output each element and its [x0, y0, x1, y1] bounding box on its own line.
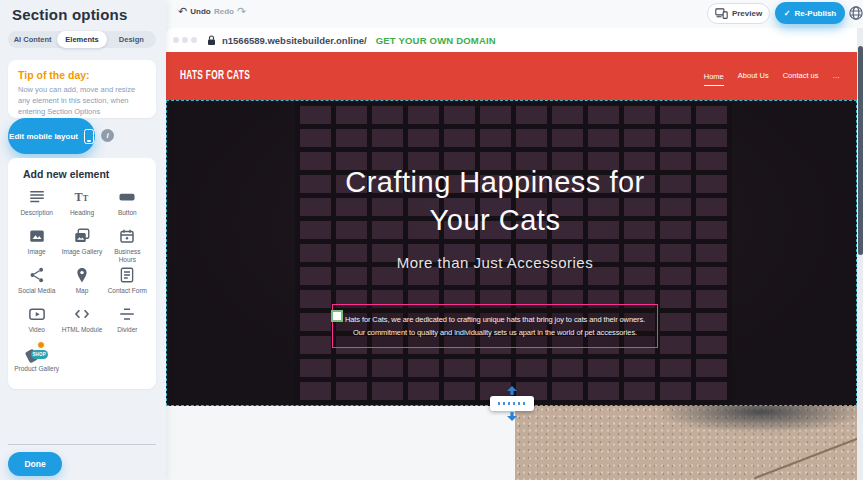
- element-label: Description: [20, 209, 53, 217]
- preview-label: Preview: [732, 9, 762, 18]
- redo-icon: ↷: [237, 6, 246, 17]
- element-map[interactable]: Map: [59, 266, 104, 304]
- element-label: Divider: [117, 326, 137, 334]
- republish-label: Re-Publish: [794, 9, 836, 18]
- element-label: Product Gallery: [14, 365, 59, 373]
- nav-contact-us[interactable]: Contact us: [783, 71, 819, 82]
- hero-subtitle[interactable]: More than Just Accessories: [345, 254, 645, 271]
- site-nav: Home About Us Contact us …: [704, 52, 840, 100]
- top-toolbar: ↶ Undo Redo ↷ Preview ✓ Re-Publish: [166, 0, 863, 28]
- panel-divider: [8, 444, 156, 445]
- carpet-image: [515, 406, 857, 480]
- site-logo: HATS FOR CATS: [180, 68, 250, 82]
- republish-button[interactable]: ✓ Re-Publish: [775, 2, 845, 24]
- phone-icon: [84, 129, 94, 144]
- element-label: Heading: [70, 209, 94, 217]
- nav-about-us[interactable]: About Us: [738, 71, 769, 82]
- edit-mobile-layout-label: Edit mobile layout: [9, 132, 78, 141]
- done-button[interactable]: Done: [8, 452, 62, 476]
- business-hours-icon: [118, 227, 136, 245]
- resize-dashes: [498, 402, 526, 405]
- page-title: Section options: [12, 6, 128, 23]
- section-options-panel: Section options AI Content Elements Desi…: [0, 0, 166, 480]
- image-icon: [28, 227, 46, 245]
- panel-tabs: AI Content Elements Design: [8, 31, 156, 48]
- add-new-element-card: Add new element Description TT Heading: [8, 158, 156, 389]
- element-label: Contact Form: [108, 287, 147, 295]
- app-root: Section options AI Content Elements Desi…: [0, 0, 863, 480]
- product-gallery-icon: SHOP: [26, 344, 48, 362]
- element-image-gallery[interactable]: Image Gallery: [59, 227, 104, 265]
- element-contact-form[interactable]: Contact Form: [105, 266, 150, 304]
- html-module-icon: [73, 305, 91, 323]
- element-label: Button: [118, 209, 137, 217]
- lock-icon: [207, 35, 216, 46]
- tip-title: Tip of the day:: [18, 69, 146, 81]
- element-business-hours[interactable]: Business Hours: [105, 227, 150, 265]
- element-html-module[interactable]: HTML Module: [59, 305, 104, 343]
- nav-home[interactable]: Home: [704, 72, 724, 86]
- info-icon[interactable]: i: [101, 129, 114, 142]
- check-icon: ✓: [784, 9, 791, 18]
- hero-body-line: Hats for Cats, we are dedicated to craft…: [333, 313, 657, 326]
- image-gallery-icon: [73, 227, 91, 245]
- undo-icon: ↶: [178, 6, 187, 17]
- social-media-icon: [28, 266, 46, 284]
- browser-dots: [173, 37, 197, 43]
- scrollbar-thumb[interactable]: [858, 46, 863, 255]
- tab-ai-content[interactable]: AI Content: [8, 31, 57, 48]
- hero-text-element-selected[interactable]: Hats for Cats, we are dedicated to craft…: [332, 304, 658, 348]
- map-icon: [73, 266, 91, 284]
- element-label: Map: [76, 287, 89, 295]
- element-product-gallery[interactable]: SHOP Product Gallery: [14, 344, 59, 382]
- language-globe-icon[interactable]: [848, 5, 863, 21]
- heading-icon: TT: [73, 188, 91, 206]
- undo-button[interactable]: ↶ Undo: [178, 6, 211, 17]
- contact-form-icon: [118, 266, 136, 284]
- add-new-element-title: Add new element: [23, 168, 156, 180]
- hero-background-image: [295, 101, 732, 405]
- site-header[interactable]: HATS FOR CATS Home About Us Contact us …: [166, 52, 857, 100]
- nav-more[interactable]: …: [833, 71, 841, 82]
- tab-design[interactable]: Design: [107, 31, 156, 48]
- description-icon: [28, 188, 46, 206]
- hero-title[interactable]: Crafting Happiness for Your Cats: [320, 163, 670, 240]
- browser-bar: n1566589.websitebuilder.online/ GET YOUR…: [166, 28, 857, 52]
- svg-text:T: T: [74, 190, 82, 204]
- hero-section-selected[interactable]: Crafting Happiness for Your Cats More th…: [166, 100, 857, 406]
- svg-text:T: T: [83, 194, 89, 203]
- preview-scrollbar[interactable]: [857, 28, 863, 480]
- element-label: Business Hours: [105, 248, 150, 264]
- hero-body-line: Our commitment to quality and individual…: [333, 326, 657, 339]
- element-grid: Description TT Heading Button: [8, 180, 156, 382]
- new-badge: [37, 341, 45, 349]
- element-heading[interactable]: TT Heading: [59, 188, 104, 226]
- undo-label: Undo: [190, 7, 210, 16]
- tip-of-the-day-card: Tip of the day: Now you can add, move an…: [8, 60, 156, 118]
- preview-button[interactable]: Preview: [707, 3, 770, 24]
- element-label: Social Media: [18, 287, 55, 295]
- redo-button[interactable]: Redo ↷: [214, 6, 246, 17]
- redo-label: Redo: [214, 7, 234, 16]
- element-label: Image: [28, 248, 46, 256]
- element-social-media[interactable]: Social Media: [14, 266, 59, 304]
- edit-mobile-layout-button[interactable]: Edit mobile layout: [8, 118, 95, 154]
- element-button[interactable]: Button: [105, 188, 150, 226]
- site-url: n1566589.websitebuilder.online/: [222, 35, 367, 46]
- element-video[interactable]: Video: [14, 305, 59, 343]
- tab-elements[interactable]: Elements: [57, 31, 106, 48]
- get-own-domain-link[interactable]: GET YOUR OWN DOMAIN: [376, 35, 496, 46]
- resize-arrow-down-icon: [507, 412, 517, 421]
- site-preview: n1566589.websitebuilder.online/ GET YOUR…: [166, 28, 863, 480]
- carpet-seam-line: [754, 431, 857, 479]
- tip-body: Now you can add, move and resize any ele…: [18, 85, 146, 118]
- section-resize-handle[interactable]: [490, 396, 534, 411]
- element-drag-handle[interactable]: [331, 310, 343, 322]
- element-description[interactable]: Description: [14, 188, 59, 226]
- element-label: HTML Module: [62, 326, 103, 334]
- video-icon: [28, 305, 46, 323]
- divider-icon: [118, 305, 136, 323]
- element-image[interactable]: Image: [14, 227, 59, 265]
- element-label: Video: [28, 326, 45, 334]
- element-divider[interactable]: Divider: [105, 305, 150, 343]
